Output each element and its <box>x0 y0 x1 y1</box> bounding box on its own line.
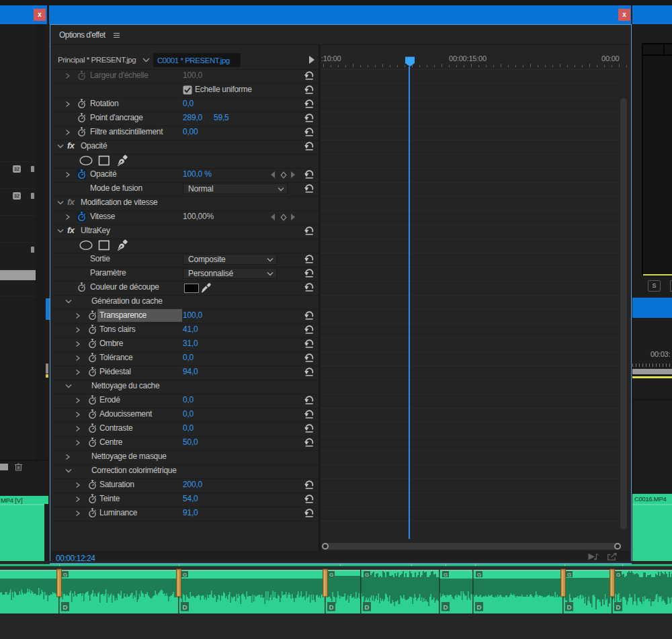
svg-text:D: D <box>567 603 572 611</box>
svg-text:G: G <box>365 572 369 578</box>
svg-text:G: G <box>616 572 620 578</box>
svg-text:D: D <box>63 603 68 611</box>
svg-text:G: G <box>567 572 571 578</box>
svg-text:G: G <box>444 572 448 578</box>
svg-text:D: D <box>183 603 187 611</box>
svg-text:D: D <box>329 603 334 611</box>
svg-text:D: D <box>444 603 448 611</box>
svg-text:D: D <box>477 603 482 611</box>
svg-text:D: D <box>365 603 370 611</box>
svg-text:G: G <box>477 572 481 578</box>
svg-text:G: G <box>63 572 67 578</box>
svg-text:G: G <box>329 572 333 578</box>
svg-text:D: D <box>616 603 621 611</box>
svg-text:G: G <box>183 572 187 578</box>
